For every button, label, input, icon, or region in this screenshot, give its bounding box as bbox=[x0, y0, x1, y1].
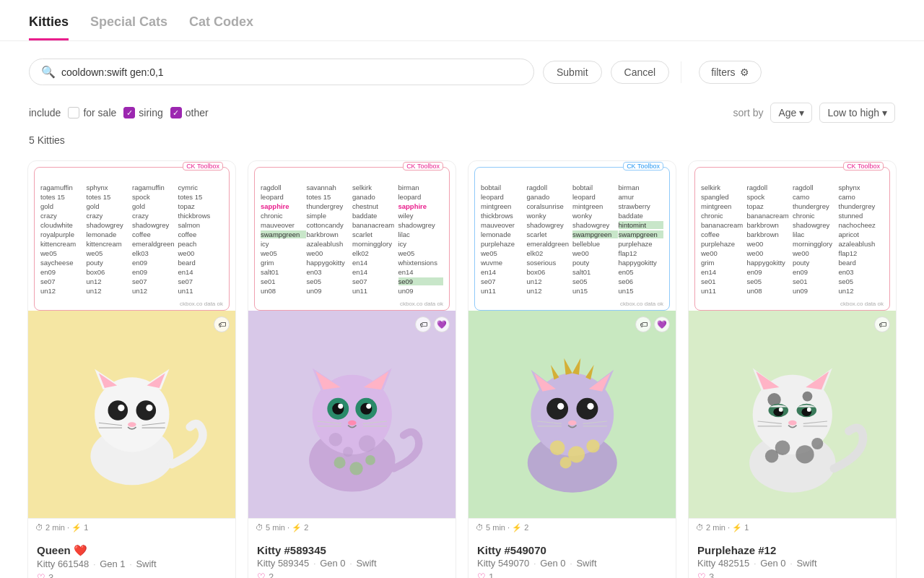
kitty-likes[interactable]: ♡ 3 bbox=[697, 571, 887, 578]
kitty-likes[interactable]: ♡ 2 bbox=[257, 571, 447, 578]
trait: icy bbox=[261, 240, 306, 248]
kitty-action-icon2[interactable]: 💜 bbox=[654, 316, 670, 332]
trait: ragdoll bbox=[793, 184, 838, 191]
svg-marker-43 bbox=[585, 365, 593, 380]
kitty-card[interactable]: CK Toolbox ragdollleopardsapphirechronic… bbox=[248, 160, 456, 578]
trait: lemonade bbox=[87, 230, 132, 238]
trait: belleblue bbox=[572, 240, 618, 248]
svg-point-52 bbox=[546, 398, 568, 420]
trait: barkbrown bbox=[747, 230, 793, 238]
filter-left: include for sale ✓ siring ✓ other bbox=[29, 107, 209, 118]
trait: mauveover bbox=[261, 221, 306, 229]
kitty-action-icon[interactable]: 🏷 bbox=[874, 316, 890, 332]
kitty-likes[interactable]: ♡ 1 bbox=[477, 571, 667, 578]
sort-order-select[interactable]: Low to high ▾ bbox=[819, 103, 895, 123]
for-sale-filter[interactable]: for sale bbox=[68, 107, 116, 118]
trait: royalpurple bbox=[40, 230, 86, 238]
trait-col-2: sphynxtotes 15goldcrazyshadowgreylemonad… bbox=[87, 184, 132, 295]
trait: crazy bbox=[132, 212, 178, 220]
trait: en14 bbox=[701, 268, 746, 276]
kitty-action-icon[interactable]: 🏷 bbox=[635, 316, 651, 332]
trait-col-4: cymrictotes 15topazthickbrowssalmoncoffe… bbox=[178, 184, 224, 295]
trait: happygokitty bbox=[619, 259, 664, 267]
other-filter[interactable]: ✓ other bbox=[170, 107, 209, 118]
trait: elk02 bbox=[352, 249, 398, 257]
trait: totes 15 bbox=[87, 193, 132, 201]
trait: mintgreen bbox=[481, 202, 526, 210]
trait-col-2: ragdollganadocoralsunrisewonkyshadowgrey… bbox=[527, 184, 572, 295]
svg-point-35 bbox=[334, 457, 345, 468]
sort-order-chevron: ▾ bbox=[882, 107, 887, 118]
kitty-action-icon2[interactable]: 💜 bbox=[434, 316, 450, 332]
trait: en09 bbox=[40, 268, 86, 276]
filters-button[interactable]: filters ⚙ bbox=[699, 61, 761, 84]
trait: un09 bbox=[398, 287, 444, 295]
svg-point-22 bbox=[359, 435, 375, 452]
toolbox-label: CK Toolbox bbox=[623, 162, 663, 171]
include-label: include bbox=[29, 107, 61, 118]
trait: ganado bbox=[527, 193, 572, 201]
trait-col-3: ragdollcamothundergreychronicshadowgreyl… bbox=[793, 184, 838, 295]
search-input[interactable] bbox=[61, 66, 522, 78]
kitty-card[interactable]: CK Toolbox bobtailleopardmintgreenthickb… bbox=[468, 160, 676, 578]
trait: grim bbox=[261, 259, 306, 267]
svg-point-56 bbox=[568, 420, 576, 426]
kitty-name[interactable]: Kitty #589345 bbox=[257, 544, 447, 556]
trait: en09 bbox=[747, 268, 793, 276]
kitty-name[interactable]: Queen ❤️ bbox=[37, 544, 227, 557]
trait: soserious bbox=[527, 259, 572, 267]
trait: se05 bbox=[839, 277, 884, 285]
trait: emeraldgreen bbox=[132, 240, 178, 248]
for-sale-checkbox[interactable] bbox=[68, 107, 79, 118]
trait: se07 bbox=[352, 277, 398, 285]
tab-kitties[interactable]: Kitties bbox=[29, 14, 69, 40]
kitty-detail: Kitty 482515 · Gen 0 · Swift bbox=[697, 558, 887, 569]
toolbox: CK Toolbox ragdollleopardsapphirechronic… bbox=[254, 167, 450, 311]
trait: se01 bbox=[793, 277, 838, 285]
heart-icon: ♡ bbox=[477, 571, 486, 578]
trait: bananacream bbox=[701, 221, 746, 229]
trait: ragdoll bbox=[747, 184, 793, 191]
svg-marker-42 bbox=[572, 358, 580, 374]
trait: ragamuffin bbox=[132, 184, 178, 191]
kitty-name[interactable]: Kitty #549070 bbox=[477, 544, 667, 556]
siring-filter[interactable]: ✓ siring bbox=[123, 107, 162, 118]
separator bbox=[681, 61, 681, 83]
trait: lemonade bbox=[481, 230, 526, 238]
kitty-action-icon[interactable]: 🏷 bbox=[214, 316, 230, 332]
svg-point-55 bbox=[587, 402, 593, 409]
svg-point-70 bbox=[796, 445, 814, 463]
search-icon: 🔍 bbox=[41, 65, 56, 79]
trait: thundergrey bbox=[793, 202, 838, 210]
submit-button[interactable]: Submit bbox=[543, 61, 602, 84]
trait: shadowgrey bbox=[398, 221, 444, 229]
toolbox-traits: ragamuffintotes 15goldcrazycloudwhiteroy… bbox=[35, 175, 229, 299]
trait: pouty bbox=[793, 259, 838, 267]
trait: thundergrey bbox=[839, 202, 884, 210]
toolbox-traits: ragdollleopardsapphirechronicmauveoversw… bbox=[255, 175, 449, 299]
trait: birman bbox=[398, 184, 444, 191]
other-checkbox[interactable]: ✓ bbox=[170, 107, 182, 118]
kitty-card[interactable]: CK Toolbox selkirkspangledmintgreenchron… bbox=[688, 160, 897, 578]
kitty-action-icon[interactable]: 🏷 bbox=[415, 316, 431, 332]
siring-label: siring bbox=[139, 107, 162, 118]
trait: se07 bbox=[132, 277, 178, 285]
kitty-likes[interactable]: ♡ 3 bbox=[37, 572, 227, 578]
trait: un08 bbox=[747, 287, 793, 295]
tab-cat-codex[interactable]: Cat Codex bbox=[189, 14, 253, 40]
trait: gold bbox=[40, 202, 86, 210]
trait: baddate bbox=[619, 212, 664, 220]
trait: we05 bbox=[481, 249, 526, 257]
cancel-button[interactable]: Cancel bbox=[611, 61, 670, 84]
trait: un11 bbox=[352, 287, 398, 295]
trait: un11 bbox=[481, 287, 526, 295]
trait: wuvme bbox=[481, 259, 526, 267]
kitty-card[interactable]: CK Toolbox ragamuffintotes 15goldcrazycl… bbox=[27, 160, 236, 578]
tab-special-cats[interactable]: Special Cats bbox=[90, 14, 167, 40]
kitty-name[interactable]: Purplehaze #12 bbox=[697, 544, 887, 556]
trait: salt01 bbox=[261, 268, 306, 276]
toolbox: CK Toolbox bobtailleopardmintgreenthickb… bbox=[474, 167, 670, 311]
siring-checkbox[interactable]: ✓ bbox=[123, 107, 135, 118]
trait: en03 bbox=[839, 268, 884, 276]
sort-field-select[interactable]: Age ▾ bbox=[770, 103, 812, 123]
